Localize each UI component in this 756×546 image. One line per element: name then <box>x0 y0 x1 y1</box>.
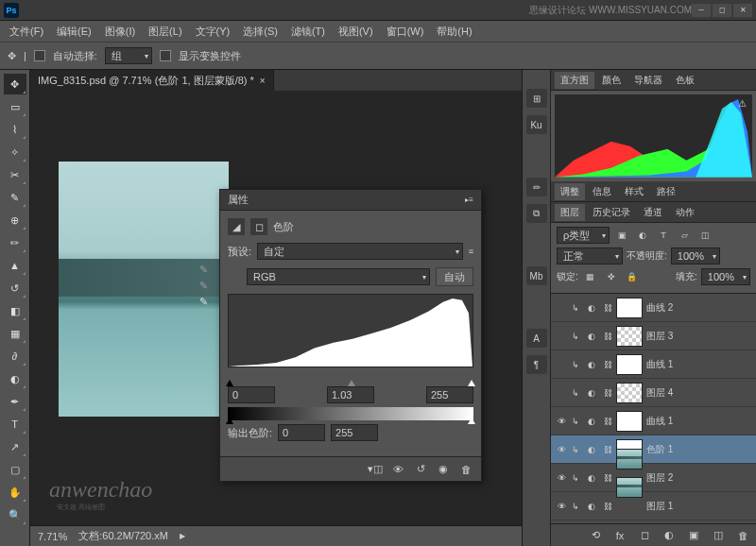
visibility-toggle[interactable]: 👁 <box>555 415 568 428</box>
stamp-tool[interactable]: ▲ <box>4 255 26 276</box>
brush-tool[interactable]: ✏ <box>4 232 26 253</box>
panel-menu-icon[interactable]: ▸≡ <box>465 196 473 204</box>
dock-icon-clone[interactable]: ⧉ <box>526 204 547 223</box>
hand-tool[interactable]: ✋ <box>4 482 26 503</box>
menu-filter[interactable]: 滤镜(T) <box>285 23 331 41</box>
input-gamma-handle[interactable] <box>348 380 355 386</box>
channel-dropdown[interactable]: RGB <box>247 268 430 285</box>
layer-name-label[interactable]: 图层 2 <box>646 471 752 485</box>
move-tool[interactable]: ✥ <box>4 74 26 94</box>
tab-layers[interactable]: 图层 <box>555 204 585 221</box>
auto-button[interactable]: 自动 <box>436 267 473 286</box>
layer-mask-icon[interactable]: ◻ <box>635 527 654 544</box>
status-arrow-icon[interactable]: ▶ <box>180 532 185 540</box>
delete-layer-icon[interactable]: 🗑 <box>733 527 752 544</box>
auto-select-dropdown[interactable]: 组 <box>105 47 152 64</box>
layer-name-label[interactable]: 曲线 1 <box>646 415 752 428</box>
reset-icon[interactable]: ↺ <box>411 461 430 478</box>
maximize-button[interactable]: ◻ <box>713 4 731 17</box>
layer-row[interactable]: ↳ ◐ ⛓ 图层 3 <box>551 322 756 350</box>
tab-actions[interactable]: 动作 <box>670 204 700 221</box>
eyedropper-gray-icon[interactable]: ✎ <box>199 280 208 292</box>
layer-filter-dropdown[interactable]: ρ 类型 <box>557 227 610 244</box>
layer-row[interactable]: 👁 ↳ ◐ ⛓ 曲线 1 <box>551 407 756 435</box>
layer-thumbnail[interactable] <box>616 298 643 318</box>
layer-row[interactable]: 👁 ↳ ◐ ⛓ 色阶 1 <box>551 435 756 464</box>
clip-to-layer-icon[interactable]: ▾◫ <box>366 461 385 478</box>
visibility-toggle[interactable] <box>555 301 568 315</box>
output-white-field[interactable] <box>331 424 378 441</box>
layer-thumbnail[interactable] <box>616 411 643 432</box>
tab-swatches[interactable]: 色板 <box>670 72 700 89</box>
history-brush-tool[interactable]: ↺ <box>4 278 26 299</box>
input-black-field[interactable] <box>228 386 275 403</box>
toggle-visibility-icon[interactable]: ◉ <box>434 461 453 478</box>
tab-channels[interactable]: 通道 <box>638 204 668 221</box>
visibility-toggle[interactable]: 👁 <box>555 471 568 485</box>
shape-tool[interactable]: ▢ <box>4 459 26 480</box>
auto-select-checkbox[interactable] <box>34 50 45 61</box>
tab-color[interactable]: 颜色 <box>596 72 627 89</box>
new-layer-icon[interactable]: ◫ <box>709 527 728 544</box>
dock-icon-2[interactable]: Ku <box>526 115 547 134</box>
menu-type[interactable]: 文字(Y) <box>190 23 236 41</box>
document-tab[interactable]: IMG_8315.psd @ 7.71% (色阶 1, 图层蒙版/8) * × <box>30 70 274 91</box>
output-gradient[interactable] <box>228 407 473 420</box>
visibility-toggle[interactable] <box>555 358 568 371</box>
layer-name-label[interactable]: 图层 1 <box>646 500 752 513</box>
filter-type-icon[interactable]: T <box>655 228 672 243</box>
visibility-toggle[interactable]: 👁 <box>555 443 568 456</box>
input-white-handle[interactable] <box>468 380 475 386</box>
eyedropper-black-icon[interactable]: ✎ <box>199 264 208 276</box>
menu-image[interactable]: 图像(I) <box>99 23 141 41</box>
delete-adjustment-icon[interactable]: 🗑 <box>456 461 475 478</box>
input-black-handle[interactable] <box>226 380 233 386</box>
marquee-tool[interactable]: ▭ <box>4 96 26 117</box>
menu-help[interactable]: 帮助(H) <box>431 23 477 41</box>
filter-smart-icon[interactable]: ◫ <box>696 228 713 243</box>
dock-icon-char[interactable]: A <box>526 329 547 348</box>
blend-mode-dropdown[interactable]: 正常 <box>557 247 623 264</box>
layer-row[interactable]: ↳ ◐ ⛓ 图层 4 <box>551 379 756 407</box>
menu-edit[interactable]: 编辑(E) <box>51 23 97 41</box>
layer-thumbnail[interactable] <box>616 449 643 469</box>
layer-thumbnail[interactable] <box>616 326 643 347</box>
layer-name-label[interactable]: 图层 4 <box>646 386 752 400</box>
menu-window[interactable]: 窗口(W) <box>381 23 430 41</box>
output-black-handle[interactable] <box>226 418 233 424</box>
lock-pixels-icon[interactable]: ▦ <box>582 269 599 284</box>
eraser-tool[interactable]: ◧ <box>4 300 26 321</box>
close-button[interactable]: ✕ <box>733 4 752 17</box>
type-tool[interactable]: T <box>4 414 26 435</box>
layer-row[interactable]: ↳ ◐ ⛓ 曲线 2 <box>551 294 756 322</box>
eyedropper-tool[interactable]: ✎ <box>4 187 26 208</box>
input-white-field[interactable] <box>426 386 473 403</box>
tab-styles[interactable]: 样式 <box>619 183 649 200</box>
blur-tool[interactable]: ∂ <box>4 346 26 367</box>
visibility-toggle[interactable] <box>555 330 568 343</box>
crop-tool[interactable]: ✂ <box>4 164 26 185</box>
menu-file[interactable]: 文件(F) <box>4 23 49 41</box>
tab-history[interactable]: 历史记录 <box>587 204 636 221</box>
preset-dropdown[interactable]: 自定 <box>257 243 463 260</box>
fill-input[interactable]: 100% <box>701 268 750 285</box>
eyedropper-white-icon[interactable]: ✎ <box>199 296 208 308</box>
zoom-tool[interactable]: 🔍 <box>4 504 26 525</box>
layer-row[interactable]: 👁 ↳ ◐ ⛓ 图层 1 <box>551 492 756 520</box>
dock-icon-brush[interactable]: ✏ <box>526 178 547 196</box>
show-transform-checkbox[interactable] <box>160 50 171 61</box>
dock-icon-para[interactable]: ¶ <box>526 355 547 374</box>
layer-name-label[interactable]: 色阶 1 <box>646 443 752 456</box>
filter-adjust-icon[interactable]: ◐ <box>634 228 651 243</box>
layer-row[interactable]: 👁 ↳ ◐ ⛓ 图层 2 <box>551 464 756 492</box>
opacity-input[interactable]: 100% <box>671 247 720 264</box>
layer-thumbnail[interactable] <box>616 354 643 375</box>
tab-info[interactable]: 信息 <box>587 183 617 200</box>
visibility-toggle[interactable] <box>555 386 568 400</box>
lasso-tool[interactable]: ⌇ <box>4 119 26 140</box>
path-tool[interactable]: ↗ <box>4 436 26 457</box>
visibility-toggle[interactable]: 👁 <box>555 500 568 513</box>
dock-icon-mb[interactable]: Mb <box>526 266 547 285</box>
layer-thumbnail[interactable] <box>616 383 643 403</box>
histogram-warning-icon[interactable]: ⚠ <box>738 98 747 109</box>
